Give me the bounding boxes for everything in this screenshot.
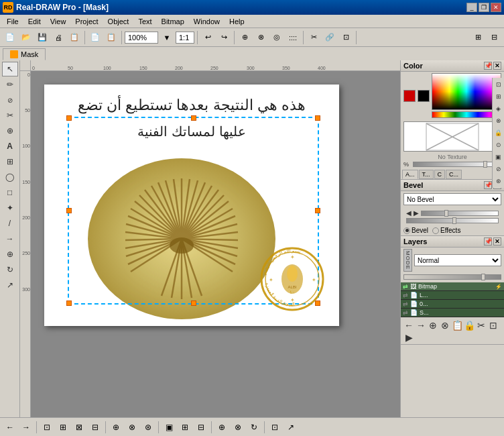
select-tool[interactable]: ↖: [2, 62, 18, 76]
close-button[interactable]: ✕: [491, 3, 501, 12]
handle-ml[interactable]: [66, 208, 72, 213]
rmtb-9[interactable]: ⊛: [493, 176, 504, 186]
tb-btn3[interactable]: ◎: [269, 30, 284, 45]
rmtb-3[interactable]: ◈: [493, 103, 504, 114]
btb-btn4[interactable]: ⊞: [56, 420, 70, 435]
layer-btn-8[interactable]: ⊡: [488, 320, 499, 331]
copy-button[interactable]: 📄: [88, 30, 103, 45]
menu-file[interactable]: File: [3, 16, 23, 27]
tb-btn6[interactable]: 🔗: [322, 30, 337, 45]
bevel-left-arrow[interactable]: ◀: [406, 209, 412, 217]
hue-bar[interactable]: [432, 111, 501, 118]
effects-radio[interactable]: Effects: [432, 227, 460, 234]
layer-btn-4[interactable]: ⊗: [440, 320, 450, 331]
btb-btn8[interactable]: ⊗: [125, 420, 139, 435]
rmtb-8[interactable]: ⊘: [493, 164, 504, 174]
save-button[interactable]: 💾: [35, 30, 50, 45]
bevel-slider2[interactable]: [406, 218, 499, 223]
undo-button[interactable]: ↩: [200, 30, 215, 45]
layer-btn-3[interactable]: ⊕: [428, 320, 438, 331]
add-tool[interactable]: ⊕: [2, 247, 18, 262]
btb-btn9[interactable]: ⊛: [141, 420, 155, 435]
layers-panel-close[interactable]: ✕: [493, 237, 501, 246]
layer-btn-1[interactable]: ←: [403, 320, 414, 331]
btb-btn5[interactable]: ⊠: [72, 420, 86, 435]
bevel-radio[interactable]: Bevel: [403, 227, 428, 234]
btb-btn13[interactable]: ⊕: [214, 420, 229, 435]
menu-view[interactable]: View: [46, 16, 70, 27]
menu-project[interactable]: Project: [71, 16, 102, 27]
menu-text[interactable]: Text: [134, 16, 155, 27]
ratio-input[interactable]: 1:1: [176, 32, 194, 44]
canvas-area[interactable]: 0 50 100 150 200 250 300 350 400 0 50 10…: [20, 60, 400, 417]
restore-button[interactable]: ❐: [479, 3, 489, 12]
pen-tool[interactable]: ✏: [2, 77, 18, 92]
bevel-select[interactable]: No Bevel: [403, 193, 501, 205]
tb-btn1[interactable]: ⊕: [237, 30, 252, 45]
rmtb-4[interactable]: ⊗: [493, 115, 504, 126]
layer-row-l[interactable]: ⇄ 📄 L...: [401, 291, 504, 300]
btb-btn12[interactable]: ⊟: [194, 420, 208, 435]
menu-object[interactable]: Object: [104, 16, 133, 27]
text-tool[interactable]: A: [2, 139, 18, 154]
canvas-content[interactable]: هذه هي النتيجة بعدها تستطيع أن تضع عليها…: [31, 71, 400, 417]
zoom-input[interactable]: 100%: [125, 32, 158, 44]
btb-btn1[interactable]: ←: [3, 420, 17, 435]
tab-a[interactable]: A...: [402, 170, 418, 179]
layers-panel-pin[interactable]: 📌: [484, 237, 492, 246]
paste-button[interactable]: 📋: [104, 30, 119, 45]
ellipse-tool[interactable]: ◯: [2, 170, 18, 184]
fg-color-swatch[interactable]: [403, 90, 416, 102]
bevel-panel-pin[interactable]: 📌: [484, 181, 492, 189]
transform-tool[interactable]: ↗: [2, 278, 18, 292]
new-button[interactable]: 📄: [3, 30, 17, 45]
menu-bitmap[interactable]: Bitmap: [158, 16, 188, 27]
layer-btn-9[interactable]: ▶: [403, 332, 414, 343]
arrow-tool[interactable]: →: [2, 231, 18, 246]
btb-btn7[interactable]: ⊕: [109, 420, 123, 435]
color-panel-pin[interactable]: 📌: [484, 62, 492, 70]
minimize-button[interactable]: _: [466, 3, 477, 12]
rect-tool[interactable]: □: [2, 185, 18, 200]
handle-mr[interactable]: [315, 208, 320, 213]
tb-btn5[interactable]: ✂: [306, 30, 321, 45]
rmtb-7[interactable]: ▣: [493, 152, 504, 162]
layer-btn-2[interactable]: →: [416, 320, 426, 331]
layer-btn-7[interactable]: ✂: [476, 320, 487, 331]
handle-bl[interactable]: [66, 301, 72, 306]
menu-edit[interactable]: Edit: [24, 16, 45, 27]
tb-btn8[interactable]: ⊞: [470, 30, 485, 45]
btb-btn16[interactable]: ⊡: [267, 420, 282, 435]
icon-btn4[interactable]: 🖨: [51, 30, 66, 45]
rmtb-6[interactable]: ⊙: [493, 140, 504, 150]
tab-c2[interactable]: C...: [446, 170, 462, 179]
tb-btn7[interactable]: ⊡: [338, 30, 353, 45]
open-button[interactable]: 📂: [19, 30, 34, 45]
opacity-slider[interactable]: [403, 274, 501, 280]
btb-btn6[interactable]: ⊟: [88, 420, 103, 435]
shape-tool[interactable]: ⊞: [2, 154, 18, 169]
bg-color-swatch[interactable]: [418, 90, 430, 102]
bevel-right-arrow[interactable]: ▶: [414, 209, 419, 217]
redo-button[interactable]: ↪: [216, 30, 231, 45]
handle-tl[interactable]: [66, 115, 72, 121]
layer-row-s[interactable]: ⇄ 📄 S...: [401, 309, 504, 317]
color-picker-area[interactable]: [432, 73, 501, 110]
btb-btn11[interactable]: ⊞: [178, 420, 192, 435]
percent-slider[interactable]: [413, 162, 501, 167]
btb-btn10[interactable]: ▣: [162, 420, 176, 435]
layer-mode-select[interactable]: Normal: [414, 254, 501, 266]
layer-btn-6[interactable]: 🔒: [464, 320, 475, 331]
tb-btn2[interactable]: ⊗: [253, 30, 268, 45]
btb-btn3[interactable]: ⊡: [40, 420, 54, 435]
tab-c[interactable]: C: [434, 170, 446, 179]
rmtb-2[interactable]: ⊞: [493, 91, 504, 102]
icon-btn5[interactable]: 📋: [67, 30, 82, 45]
tab-t[interactable]: T...: [419, 170, 434, 179]
star-tool[interactable]: ✦: [2, 201, 18, 215]
menu-window[interactable]: Window: [190, 16, 224, 27]
zoom-dropdown[interactable]: ▼: [160, 30, 174, 45]
line-tool[interactable]: /: [2, 216, 18, 231]
layer-btn-5[interactable]: 📋: [452, 320, 462, 331]
tb-btn9[interactable]: ⊟: [487, 30, 501, 45]
